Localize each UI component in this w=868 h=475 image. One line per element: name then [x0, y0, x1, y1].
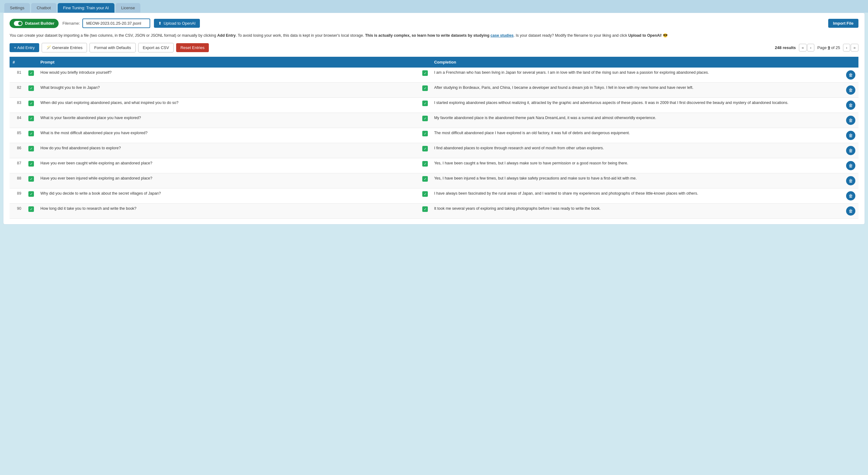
prompt-check[interactable]: ✓	[25, 203, 37, 219]
delete-cell: 🗑	[843, 83, 859, 98]
col-header-prompt: Prompt	[37, 57, 419, 68]
completion-text: Yes, I have been injured a few times, bu…	[431, 173, 843, 188]
completion-check[interactable]: ✓	[419, 98, 431, 113]
completion-text: I find abandoned places to explore throu…	[431, 143, 843, 158]
prompt-checkbox-icon: ✓	[28, 116, 34, 121]
delete-row-button[interactable]: 🗑	[846, 131, 855, 140]
completion-checkbox-icon: ✓	[422, 207, 428, 212]
row-num: 82	[9, 83, 25, 98]
delete-row-button[interactable]: 🗑	[846, 161, 855, 170]
row-num: 90	[9, 203, 25, 219]
delete-cell: 🗑	[843, 158, 859, 173]
completion-check[interactable]: ✓	[419, 113, 431, 128]
completion-check[interactable]: ✓	[419, 128, 431, 143]
add-entry-button[interactable]: + Add Entry	[9, 43, 39, 52]
prompt-check[interactable]: ✓	[25, 128, 37, 143]
completion-check[interactable]: ✓	[419, 83, 431, 98]
table-row: 83 ✓ When did you start exploring abando…	[9, 98, 859, 113]
completion-check[interactable]: ✓	[419, 203, 431, 219]
col-header-completion-check	[419, 57, 431, 68]
completion-text: I have always been fascinated by the rur…	[431, 188, 843, 203]
import-file-button[interactable]: Import File	[828, 19, 859, 28]
delete-row-button[interactable]: 🗑	[846, 207, 855, 216]
delete-cell: 🗑	[843, 68, 859, 83]
first-page-button[interactable]: «	[799, 44, 807, 52]
delete-row-button[interactable]: 🗑	[846, 100, 855, 110]
completion-checkbox-icon: ✓	[422, 191, 428, 197]
table-row: 90 ✓ How long did it take you to researc…	[9, 203, 859, 219]
table-row: 89 ✓ Why did you decide to write a book …	[9, 188, 859, 203]
table-row: 82 ✓ What brought you to live in Japan? …	[9, 83, 859, 98]
table-row: 86 ✓ How do you find abandoned places to…	[9, 143, 859, 158]
filename-input[interactable]	[82, 19, 150, 28]
table-row: 87 ✓ Have you ever been caught while exp…	[9, 158, 859, 173]
prompt-checkbox-icon: ✓	[28, 131, 34, 136]
toggle-switch	[14, 21, 23, 26]
dataset-builder-toggle[interactable]: Dataset Builder	[9, 19, 59, 28]
filename-group: Filename:	[62, 19, 150, 28]
pag-buttons-right: › »	[843, 44, 859, 52]
prompt-check[interactable]: ✓	[25, 113, 37, 128]
row-num: 83	[9, 98, 25, 113]
prev-page-button[interactable]: ‹	[807, 44, 814, 52]
top-toolbar: Dataset Builder Filename: ⬆ Upload to Op…	[9, 19, 859, 28]
prompt-check[interactable]: ✓	[25, 143, 37, 158]
completion-checkbox-icon: ✓	[422, 131, 428, 136]
prompt-text: Why did you decide to write a book about…	[37, 188, 419, 203]
upload-button[interactable]: ⬆ Upload to OpenAI	[154, 19, 199, 28]
tab-fine-tuning[interactable]: Fine Tuning: Train your AI	[58, 3, 115, 13]
delete-row-button[interactable]: 🗑	[846, 70, 855, 80]
completion-checkbox-icon: ✓	[422, 116, 428, 121]
col-header-completion: Completion	[431, 57, 843, 68]
prompt-checkbox-icon: ✓	[28, 207, 34, 212]
row-num: 89	[9, 188, 25, 203]
case-studies-link[interactable]: case studies	[491, 33, 514, 38]
delete-row-button[interactable]: 🗑	[846, 176, 855, 185]
row-num: 88	[9, 173, 25, 188]
generate-entries-button[interactable]: 🪄 Generate Entries	[42, 43, 87, 53]
delete-row-button[interactable]: 🗑	[846, 191, 855, 200]
prompt-check[interactable]: ✓	[25, 98, 37, 113]
prompt-check[interactable]: ✓	[25, 83, 37, 98]
export-as-csv-button[interactable]: Export as CSV	[138, 43, 174, 53]
filename-label: Filename:	[62, 21, 80, 26]
tab-chatbot[interactable]: Chatbot	[31, 3, 57, 13]
tab-settings[interactable]: Settings	[4, 3, 30, 13]
delete-row-button[interactable]: 🗑	[846, 146, 855, 155]
action-bar: + Add Entry 🪄 Generate Entries Format wi…	[9, 43, 859, 53]
completion-text: Yes, I have been caught a few times, but…	[431, 158, 843, 173]
prompt-check[interactable]: ✓	[25, 173, 37, 188]
completion-check[interactable]: ✓	[419, 173, 431, 188]
reset-entries-button[interactable]: Reset Entries	[176, 43, 209, 52]
completion-text: After studying in Bordeaux, Paris, and C…	[431, 83, 843, 98]
prompt-check[interactable]: ✓	[25, 68, 37, 83]
table-row: 84 ✓ What is your favorite abandoned pla…	[9, 113, 859, 128]
tab-license[interactable]: License	[116, 3, 141, 13]
completion-checkbox-icon: ✓	[422, 146, 428, 152]
tab-bar: Settings Chatbot Fine Tuning: Train your…	[0, 0, 868, 13]
upload-icon: ⬆	[158, 21, 162, 26]
completion-check[interactable]: ✓	[419, 158, 431, 173]
prompt-text: What is your favorite abandoned place yo…	[37, 113, 419, 128]
prompt-check[interactable]: ✓	[25, 188, 37, 203]
completion-check[interactable]: ✓	[419, 68, 431, 83]
prompt-check[interactable]: ✓	[25, 158, 37, 173]
completion-check[interactable]: ✓	[419, 143, 431, 158]
row-num: 84	[9, 113, 25, 128]
next-page-button[interactable]: ›	[843, 44, 850, 52]
col-header-delete	[843, 57, 859, 68]
pagination-area: 248 results « ‹ Page 9 of 25 › »	[775, 44, 859, 52]
completion-text: My favorite abandoned place is the aband…	[431, 113, 843, 128]
delete-cell: 🗑	[843, 188, 859, 203]
data-table: # Prompt Completion 81 ✓ How would you b…	[9, 57, 859, 219]
delete-row-button[interactable]: 🗑	[846, 116, 855, 125]
pag-buttons-left: « ‹	[799, 44, 814, 52]
format-with-defaults-button[interactable]: Format with Defaults	[89, 43, 135, 53]
wand-icon: 🪄	[46, 45, 51, 50]
last-page-button[interactable]: »	[851, 44, 859, 52]
completion-check[interactable]: ✓	[419, 188, 431, 203]
prompt-text: What brought you to live in Japan?	[37, 83, 419, 98]
delete-cell: 🗑	[843, 98, 859, 113]
prompt-text: What is the most difficult abandoned pla…	[37, 128, 419, 143]
delete-row-button[interactable]: 🗑	[846, 86, 855, 95]
